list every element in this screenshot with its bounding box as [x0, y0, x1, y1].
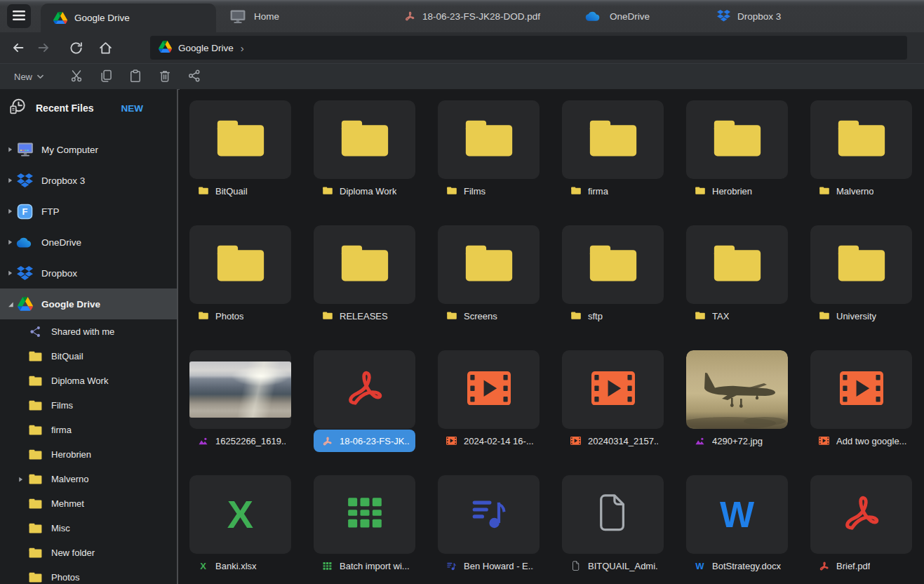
file-card-releases[interactable]: RELEASES — [314, 225, 415, 327]
sidebar-item-firma[interactable]: firma — [0, 418, 177, 442]
delete-button[interactable] — [152, 67, 178, 86]
file-name: 4290+72.jpg — [712, 436, 763, 446]
file-card-malverno[interactable]: Malverno — [810, 100, 912, 202]
file-card-photos[interactable]: Photos — [189, 225, 291, 327]
sidebar-item-photos[interactable]: Photos — [0, 565, 177, 584]
file-label: Brief.pdf — [810, 555, 912, 577]
expand-arrow-icon[interactable] — [6, 270, 14, 277]
file-label: firma — [562, 180, 664, 202]
sidebar-item-malverno[interactable]: Malverno — [0, 467, 177, 491]
file-card-banki-xlsx[interactable]: X X Banki.xlsx — [189, 475, 291, 577]
sidebar-item-herobrien[interactable]: Herobrien — [0, 442, 177, 467]
file-label: Herobrien — [686, 180, 788, 202]
file-card-2024-02-14-16[interactable]: 2024-02-14 16-... — [438, 350, 540, 452]
sidebar-item-shared-with-me[interactable]: Shared with me — [0, 319, 177, 344]
file-label: BITQUAIL_Admi... — [562, 555, 664, 577]
file-name: 20240314_2157... — [588, 436, 658, 446]
forward-button[interactable] — [31, 36, 56, 60]
file-card-screens[interactable]: Screens — [438, 225, 540, 327]
home-button[interactable] — [93, 36, 118, 60]
sidebar-item-diploma-work[interactable]: Diploma Work — [0, 369, 177, 393]
sidebar-item-bitquail[interactable]: BitQuail — [0, 344, 177, 369]
file-card-4290-72-jpg[interactable]: 4290+72.jpg — [686, 350, 788, 452]
sidebar-item-recent-files[interactable]: Recent Files NEW — [0, 96, 177, 120]
file-label: Screens — [438, 305, 540, 327]
file-label: 16252266_1619... — [189, 430, 291, 452]
file-name: BitQuail — [215, 186, 248, 197]
file-name: University — [836, 311, 876, 321]
sidebar-item-dropbox[interactable]: Dropbox — [0, 258, 177, 288]
refresh-icon — [69, 41, 83, 55]
file-label-selected: 18-06-23-FS-JK... — [314, 430, 415, 452]
video-icon — [467, 371, 511, 408]
file-name: 2024-02-14 16-... — [464, 436, 534, 446]
pdf-icon — [818, 561, 830, 571]
file-label: 4290+72.jpg — [686, 430, 788, 452]
file-name: Films — [464, 186, 486, 197]
sidebar-item-films[interactable]: Films — [0, 393, 177, 418]
recent-files-new-badge[interactable]: NEW — [121, 103, 143, 114]
file-card-films[interactable]: Films — [438, 100, 540, 202]
file-card-16252266-1619[interactable]: 16252266_1619... — [189, 350, 291, 452]
sidebar-item-onedrive[interactable]: OneDrive — [0, 227, 177, 258]
share-button[interactable] — [181, 67, 207, 86]
sidebar-item-google-drive[interactable]: Google Drive — [0, 288, 177, 319]
new-button[interactable]: New — [10, 69, 48, 85]
breadcrumb[interactable]: Google Drive › — [150, 36, 907, 60]
back-icon — [11, 40, 26, 55]
sidebar-item-dropbox-3[interactable]: Dropbox 3 — [0, 165, 177, 196]
tab-home[interactable]: Home — [216, 0, 391, 32]
expand-arrow-icon[interactable] — [17, 475, 25, 483]
folder-icon — [337, 116, 392, 164]
tab-onedrive[interactable]: OneDrive — [573, 0, 704, 32]
folder-icon — [321, 186, 333, 195]
file-card-18-06-23-fs-jk[interactable]: 18-06-23-FS-JK... — [314, 350, 415, 452]
expand-arrow-icon[interactable] — [6, 177, 14, 185]
tab-google-drive[interactable]: Google Drive — [41, 4, 216, 32]
copy-button[interactable] — [93, 67, 119, 86]
file-card-ben-howard-e[interactable]: Ben Howard - E... — [438, 475, 540, 577]
toolbar: New — [0, 63, 924, 90]
sidebar-item-new-folder[interactable]: New folder — [0, 540, 177, 565]
tab-label: Google Drive — [74, 13, 130, 23]
file-card-brief-pdf[interactable]: Brief.pdf — [810, 475, 912, 577]
expand-arrow-icon[interactable] — [6, 239, 14, 246]
sidebar-item-my-computer[interactable]: My Computer — [0, 134, 177, 165]
file-card-herobrien[interactable]: Herobrien — [686, 100, 788, 202]
file-card-bitquail-admi[interactable]: BITQUAIL_Admi... — [562, 475, 664, 577]
file-name: firma — [588, 186, 608, 197]
share-icon — [187, 69, 201, 85]
file-card-diploma-work[interactable]: Diploma Work — [314, 100, 415, 202]
file-name: Screens — [464, 311, 497, 321]
file-card-university[interactable]: University — [810, 225, 912, 327]
sidebar-item-mehmet[interactable]: Mehmet — [0, 491, 177, 516]
file-card-add-two-google[interactable]: Add two google... — [810, 350, 912, 452]
cut-button[interactable] — [63, 67, 89, 86]
file-tile: W — [686, 475, 788, 554]
forward-icon — [36, 40, 51, 55]
refresh-button[interactable] — [63, 36, 88, 60]
folder-icon — [197, 186, 209, 195]
file-card-sftp[interactable]: sftp — [562, 225, 664, 327]
tab-18-06-23-fs-jk28-dod-pdf[interactable]: 18-06-23-FS-JK28-DOD.pdf — [391, 0, 573, 32]
sidebar-item-ftp[interactable]: F FTP — [0, 196, 177, 227]
file-tile — [438, 225, 540, 304]
sidebar-item-misc[interactable]: Misc — [0, 516, 177, 540]
recent-files-icon — [8, 98, 27, 119]
file-card-tax[interactable]: TAX — [686, 225, 788, 327]
folder-icon — [570, 311, 582, 320]
file-card-firma[interactable]: firma — [562, 100, 664, 202]
back-button[interactable] — [6, 36, 31, 60]
menu-button[interactable] — [7, 4, 31, 28]
file-card-20240314-2157[interactable]: 20240314_2157... — [562, 350, 664, 452]
paste-button[interactable] — [122, 67, 148, 86]
file-name: Batch import wi... — [340, 561, 410, 571]
file-card-bitquail[interactable]: BitQuail — [189, 100, 291, 202]
expand-arrow-icon[interactable] — [6, 146, 14, 154]
tab-dropbox-3[interactable]: Dropbox 3 — [704, 0, 845, 32]
expand-arrow-icon[interactable] — [6, 208, 14, 215]
file-card-batch-import-wi[interactable]: Batch import wi... — [314, 475, 415, 577]
collapse-arrow-icon[interactable] — [6, 300, 14, 308]
file-card-botstrategy-docx[interactable]: W W BotStrategy.docx — [686, 475, 788, 577]
image-icon — [694, 436, 706, 446]
